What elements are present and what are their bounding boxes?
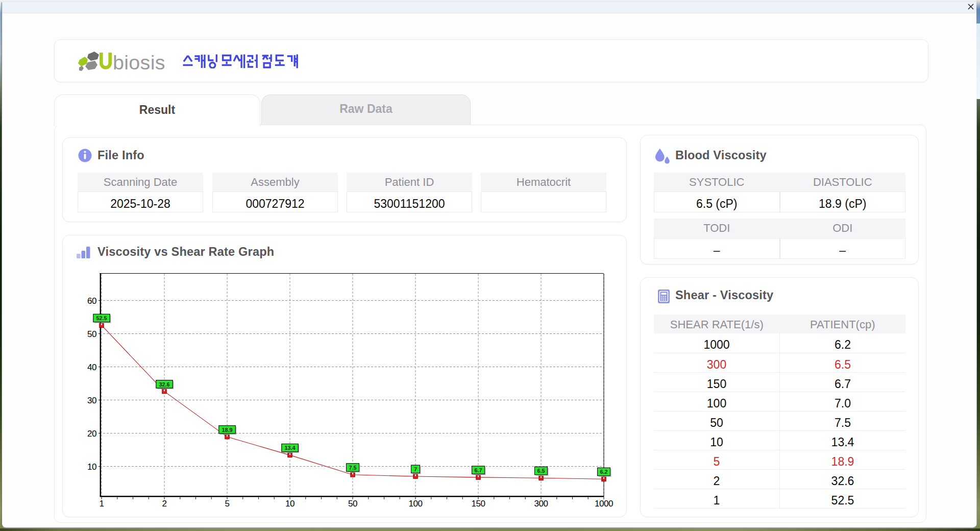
svg-text:10: 10 — [285, 499, 295, 509]
svg-text:50: 50 — [348, 499, 357, 509]
svg-text:100: 100 — [409, 499, 423, 509]
svg-text:10: 10 — [87, 462, 96, 472]
svg-text:7: 7 — [414, 466, 417, 472]
svg-text:18.9: 18.9 — [222, 427, 232, 433]
svg-text:7.5: 7.5 — [349, 465, 356, 471]
svg-text:6.7: 6.7 — [474, 467, 482, 473]
svg-text:50: 50 — [87, 329, 96, 339]
svg-text:20: 20 — [87, 429, 96, 439]
svg-text:6.2: 6.2 — [600, 469, 607, 475]
svg-text:5: 5 — [225, 499, 230, 509]
svg-text:2: 2 — [162, 499, 167, 509]
svg-text:40: 40 — [87, 363, 96, 372]
svg-text:300: 300 — [534, 499, 548, 509]
svg-text:6.5: 6.5 — [537, 468, 545, 474]
svg-text:biosis: biosis — [113, 51, 165, 74]
svg-text:150: 150 — [472, 499, 485, 509]
svg-text:30: 30 — [87, 396, 96, 405]
svg-text:1000: 1000 — [595, 499, 613, 509]
svg-text:60: 60 — [87, 296, 96, 306]
svg-text:32.6: 32.6 — [159, 381, 169, 388]
svg-text:1: 1 — [100, 499, 104, 509]
svg-text:52.5: 52.5 — [96, 315, 107, 321]
svg-text:13.4: 13.4 — [284, 445, 295, 451]
